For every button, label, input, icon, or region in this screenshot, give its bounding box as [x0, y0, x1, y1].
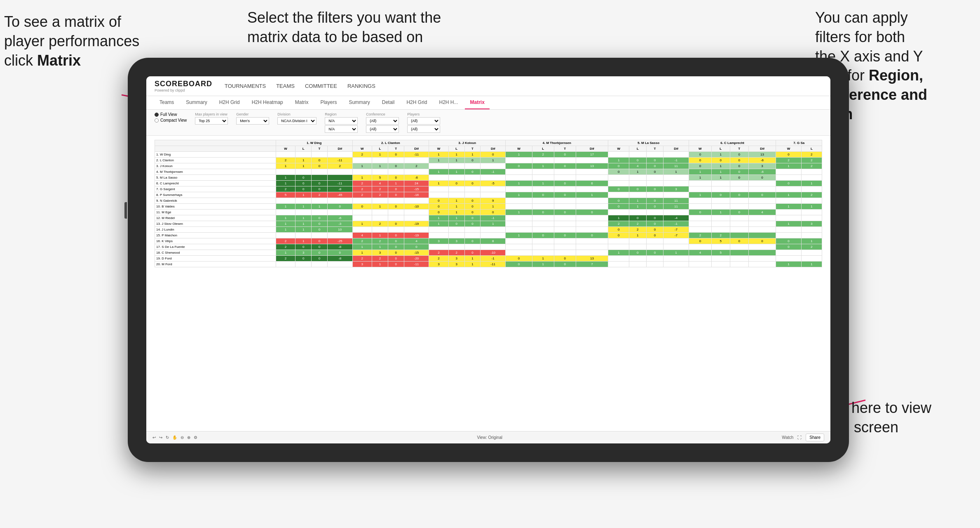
matrix-cell-w: 0 — [506, 163, 532, 169]
tab-h2h-h[interactable]: H2H H... — [434, 96, 463, 109]
matrix-cell-dif — [327, 175, 352, 181]
matrix-cell-t: 0 — [646, 233, 663, 238]
matrix-cell-l: 1 — [295, 221, 312, 227]
matrix-cell-empty — [532, 158, 554, 163]
matrix-cell-t: 0 — [312, 227, 328, 233]
matrix-cell-dif: -8 — [327, 244, 352, 250]
matrix-cell-empty — [576, 198, 608, 204]
tab-players[interactable]: Players — [315, 96, 342, 109]
division-select[interactable]: NCAA Division I — [277, 117, 317, 125]
matrix-cell-l: 2 — [801, 152, 822, 158]
matrix-cell-t: 0 — [388, 238, 404, 244]
tab-teams[interactable]: Teams — [155, 96, 179, 109]
matrix-cell-empty — [481, 192, 506, 198]
tab-h2h-grid1[interactable]: H2H Grid — [214, 96, 245, 109]
toolbar-icon1[interactable]: ⛶ — [797, 435, 802, 440]
toolbar-minus[interactable]: ⊖ — [181, 435, 184, 440]
toolbar-refresh[interactable]: ↻ — [166, 435, 169, 440]
matrix-cell-dif: 0 — [576, 233, 608, 238]
nav-teams[interactable]: TEAMS — [276, 83, 295, 89]
matrix-cell-empty — [481, 233, 506, 238]
nav-rankings[interactable]: RANKINGS — [347, 83, 375, 89]
matrix-cell-empty — [352, 198, 372, 204]
toolbar-redo[interactable]: ↪ — [159, 435, 162, 440]
matrix-cell-empty — [464, 192, 481, 198]
matrix-cell-empty — [481, 227, 506, 233]
matrix-cell-t: 0 — [730, 169, 748, 175]
matrix-cell-empty — [776, 250, 801, 256]
matrix-cell-l: 1 — [372, 152, 388, 158]
matrix-cell-t: 0 — [464, 250, 481, 256]
matrix-cell-l: 2 — [372, 256, 388, 262]
tab-h2h-heatmap[interactable]: H2H Heatmap — [247, 96, 288, 109]
gender-select[interactable]: Men's — [236, 117, 269, 125]
matrix-cell-dif: -6 — [327, 215, 352, 221]
matrix-cell-l: 1 — [295, 204, 312, 210]
matrix-cell-t: 0 — [464, 210, 481, 215]
tab-detail[interactable]: Detail — [377, 96, 400, 109]
matrix-cell-empty — [532, 169, 554, 175]
tab-summary1[interactable]: Summary — [181, 96, 212, 109]
share-button[interactable]: Share — [806, 434, 824, 441]
matrix-cell-empty — [276, 210, 295, 215]
matrix-cell-dif: -4 — [663, 215, 689, 221]
matrix-cell-l: 2 — [629, 227, 647, 233]
matrix-cell-empty — [554, 238, 576, 244]
player-name-cell: 4. M Thorbjornsen — [155, 169, 276, 175]
conference-label: Conference — [366, 112, 399, 116]
matrix-cell-t: 0 — [388, 186, 404, 192]
player-name-cell: 3. J Koivun — [155, 163, 276, 169]
conference-select-1[interactable]: (All) — [366, 117, 399, 125]
matrix-cell-empty — [776, 169, 801, 175]
toolbar-plus[interactable]: ⊕ — [187, 435, 190, 440]
table-row: 16. K Vilips210-2522043308050001 — [155, 238, 822, 244]
tab-h2h-grid2[interactable]: H2H Grid — [401, 96, 432, 109]
toolbar-undo[interactable]: ↩ — [152, 435, 156, 440]
nav-tournaments[interactable]: TOURNAMENTS — [225, 83, 266, 89]
matrix-cell-w: 0 — [776, 181, 801, 186]
radio-compact-view[interactable]: Compact View — [155, 118, 187, 123]
matrix-cell-empty — [506, 221, 532, 227]
matrix-cell-empty — [663, 244, 689, 250]
matrix-cell-l: 2 — [372, 186, 388, 192]
player-name-cell: 14. J Lundin — [155, 227, 276, 233]
matrix-cell-l: 3 — [295, 250, 312, 256]
matrix-cell-w: 2 — [276, 158, 295, 163]
region-select-2[interactable]: N/A — [325, 125, 358, 133]
sh-t6: T — [730, 146, 748, 152]
players-select-2[interactable]: (All) — [407, 125, 440, 133]
matrix-cell-t: 0 — [312, 181, 328, 186]
toolbar-hand[interactable]: ✋ — [172, 435, 177, 440]
player-name-cell: 9. N Gabrelcik — [155, 198, 276, 204]
max-players-select[interactable]: Top 25 — [195, 117, 228, 125]
region-select-1[interactable]: N/A — [325, 117, 358, 125]
watch-label[interactable]: Watch — [782, 435, 793, 440]
players-select-1[interactable]: (All) — [407, 117, 440, 125]
matrix-cell-t: 0 — [730, 158, 748, 163]
matrix-cell-t: 0 — [730, 192, 748, 198]
division-label: Division — [277, 112, 317, 116]
table-row: 8. P Summerhays512-45220-161001100012 — [155, 192, 822, 198]
matrix-cell-empty — [448, 244, 464, 250]
tab-summary2[interactable]: Summary — [344, 96, 375, 109]
matrix-cell-empty — [776, 215, 801, 221]
matrix-cell-w: 0 — [352, 204, 372, 210]
matrix-cell-t: 1 — [464, 256, 481, 262]
matrix-cell-dif: -25 — [327, 238, 352, 244]
conference-select-2[interactable]: (All) — [366, 125, 399, 133]
sh-t2: T — [388, 146, 404, 152]
tab-matrix2[interactable]: Matrix — [465, 96, 489, 109]
tab-matrix1[interactable]: Matrix — [290, 96, 314, 109]
matrix-cell-w: 3 — [352, 262, 372, 267]
matrix-cell-empty — [689, 186, 711, 192]
radio-full-view[interactable]: Full View — [155, 112, 187, 117]
matrix-cell-empty — [608, 175, 629, 181]
matrix-cell-empty — [554, 198, 576, 204]
matrix-cell-w: 1 — [689, 175, 711, 181]
nav-committee[interactable]: COMMITTEE — [305, 83, 337, 89]
toolbar-settings[interactable]: ⚙ — [194, 435, 197, 440]
matrix-cell-empty — [554, 244, 576, 250]
matrix-cell-w: 2 — [276, 238, 295, 244]
matrix-cell-empty — [295, 169, 312, 175]
matrix-cell-w: 1 — [429, 169, 449, 175]
